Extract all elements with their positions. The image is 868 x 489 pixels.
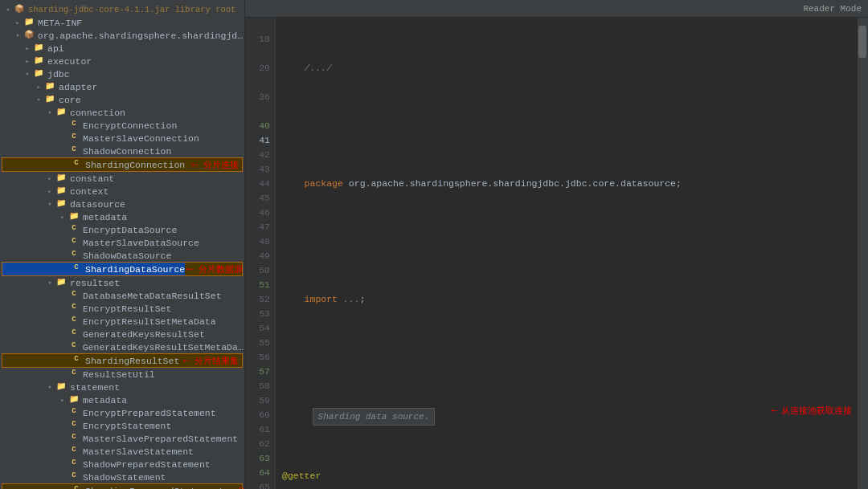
gen-rs-label: GeneratedKeysResultSet — [83, 329, 205, 340]
executor-folder-icon: 📁 — [32, 55, 45, 67]
executor-label: executor — [47, 56, 92, 67]
executor-arrow: ▸ — [23, 57, 32, 66]
tree-ms-stmt[interactable]: ▸ C MasterSlaveStatement — [0, 445, 244, 458]
tree-datasource[interactable]: ▾ 📁 datasource — [0, 198, 244, 210]
scrollbar-right[interactable] — [857, 18, 868, 489]
tree-enc-stmt[interactable]: ▸ C EncryptStatement — [0, 419, 244, 432]
shd-ps-icon: C — [68, 458, 80, 470]
ds-folder-icon: 📁 — [55, 198, 68, 210]
rs-util-icon: C — [68, 369, 80, 380]
gen-rs-icon: C — [68, 328, 80, 340]
ln-63: 63 — [250, 451, 270, 466]
sharding-rs-annotation: 分片结果集 — [194, 355, 239, 367]
tree-shd-stmt[interactable]: ▸ C ShadowStatement — [0, 471, 244, 483]
rs-util-label: ResultSetUtil — [83, 369, 155, 380]
srd-ps-icon: C — [70, 485, 83, 489]
file-tree: ▾ 📦 sharding-jdbc-core-4.1.1.jar library… — [0, 0, 245, 489]
tree-enc-ps[interactable]: ▸ C EncryptPreparedStatement — [0, 406, 244, 419]
tree-constant[interactable]: ▸ 📁 constant — [0, 172, 244, 185]
ms-stmt-icon: C — [68, 446, 80, 457]
tree-api[interactable]: ▸ 📁 api — [0, 42, 244, 55]
ds-label: datasource — [70, 199, 125, 210]
ln-65: 65 — [250, 480, 270, 489]
editor-top-bar: Reader Mode — [245, 0, 868, 18]
tree-ds-meta[interactable]: ▸ 📁 metadata — [0, 210, 244, 223]
code-line-import: import ...; — [282, 292, 850, 307]
conn-arrow: ▾ — [45, 108, 55, 117]
code-line-dots: /.../ — [282, 61, 850, 75]
tree-gen-rs[interactable]: ▸ C GeneratedKeysResultSet — [0, 328, 244, 340]
rs-folder-icon: 📁 — [55, 277, 68, 288]
rs-arrow: ▾ — [45, 279, 55, 287]
tree-rs-util[interactable]: ▸ C ResultSetUtil — [0, 368, 244, 381]
enc-stmt-icon: C — [68, 420, 80, 431]
tree-encrypt-conn[interactable]: ▸ C EncryptConnection — [0, 119, 244, 132]
tree-gen-rs-meta[interactable]: ▸ C GeneratedKeysResultSetMetaData — [0, 340, 244, 353]
tree-enc-ds[interactable]: ▸ C EncryptDataSource — [0, 223, 244, 236]
scroll-thumb[interactable] — [858, 26, 866, 58]
ctx-folder-icon: 📁 — [55, 185, 68, 197]
shd-ps-label: ShadowPreparedStatement — [83, 459, 211, 470]
adapter-folder-icon: 📁 — [43, 81, 56, 92]
ln-41: 41 — [250, 133, 270, 148]
ln-blank4 — [250, 104, 270, 119]
code-area[interactable]: 18 20 36 40 41 42 43 44 45 46 47 48 49 5… — [245, 18, 868, 489]
core-folder-icon: 📁 — [43, 94, 56, 105]
enc-ps-label: EncryptPreparedStatement — [83, 408, 216, 418]
meta-label: META-INF — [38, 18, 82, 28]
tree-org[interactable]: ▾ 📦 org.apache.shardingsphere.shardingjd… — [0, 29, 244, 42]
tree-statement[interactable]: ▾ 📁 statement — [0, 381, 244, 393]
tree-sharding-ds[interactable]: ▸ C ShardingDataSource — [2, 263, 185, 275]
tree-sharding-conn[interactable]: ▸ C ShardingConnection — [2, 158, 190, 171]
reader-mode-label: Reader Mode — [803, 4, 862, 14]
ln-51: 51 — [250, 278, 270, 292]
tree-master-conn[interactable]: ▸ C MasterSlaveConnection — [0, 132, 244, 145]
stmt-meta-label: metadata — [83, 395, 127, 405]
tree-enc-rs-meta[interactable]: ▸ C EncryptResultSetMetaData — [0, 315, 244, 328]
tree-core[interactable]: ▾ 📁 core — [0, 93, 244, 106]
tree-meta-inf[interactable]: ▸ 📁 META-INF — [0, 16, 244, 29]
ln-40: 40 — [250, 119, 270, 133]
tree-resultset[interactable]: ▾ 📁 resultset — [0, 276, 244, 289]
enc-conn-icon: C — [68, 120, 80, 131]
tree-stmt-meta[interactable]: ▸ 📁 metadata — [0, 393, 244, 406]
tree-sharding-ps[interactable]: ▸ C ShardingPreparedStatement — [2, 484, 224, 489]
enc-conn-label: EncryptConnection — [83, 120, 177, 131]
shd-conn-label: ShadowConnection — [83, 146, 171, 157]
srd-ps-label: ShardingPreparedStatement — [85, 486, 224, 490]
tree-shd-ds[interactable]: ▸ C ShadowDataSource — [0, 249, 244, 262]
ln-55: 55 — [250, 336, 270, 350]
ln-36: 36 — [250, 90, 270, 104]
ctx-arrow: ▸ — [45, 187, 55, 196]
ln-blank2 — [250, 47, 270, 61]
tree-enc-rs[interactable]: ▸ C EncryptResultSet — [0, 302, 244, 315]
tree-context[interactable]: ▸ 📁 context — [0, 185, 244, 198]
stmt-arrow: ▾ — [45, 383, 55, 392]
enc-rs-icon: C — [68, 303, 80, 314]
tree-shd-ps[interactable]: ▸ C ShadowPreparedStatement — [0, 458, 244, 471]
db-rs-icon: C — [68, 290, 80, 301]
enc-rs-label: EncryptResultSet — [83, 304, 171, 314]
tree-shadow-conn[interactable]: ▸ C ShadowConnection — [0, 145, 244, 157]
ms-ps-label: MasterSlavePreparedStatement — [83, 434, 238, 444]
shd-stmt-icon: C — [68, 471, 80, 483]
ln-52: 52 — [250, 292, 270, 307]
tree-connection[interactable]: ▾ 📁 connection — [0, 106, 244, 119]
ln-20: 20 — [250, 61, 270, 75]
tree-ms-ps[interactable]: ▸ C MasterSlavePreparedStatement — [0, 432, 244, 445]
tree-sharding-rs[interactable]: ▸ C ShardingResultSet — [2, 354, 182, 367]
tree-db-meta-rs[interactable]: ▸ C DatabaseMetaDataResultSet — [0, 289, 244, 302]
tree-executor[interactable]: ▸ 📁 executor — [0, 55, 244, 67]
ln-44: 44 — [250, 177, 270, 191]
tree-root[interactable]: ▾ 📦 sharding-jdbc-core-4.1.1.jar library… — [0, 3, 244, 16]
tree-adapter[interactable]: ▸ 📁 adapter — [0, 80, 244, 93]
ln-60: 60 — [250, 408, 270, 422]
ln-50: 50 — [250, 263, 270, 278]
tree-jdbc[interactable]: ▾ 📁 jdbc — [0, 67, 244, 80]
ln-blank1 — [250, 18, 270, 32]
tree-ms-ds[interactable]: ▸ C MasterSlaveDataSource — [0, 236, 244, 249]
ln-42: 42 — [250, 148, 270, 162]
code-line-doc: Sharding data source. — [282, 408, 850, 426]
sharding-rs-arrow-icon: ← — [183, 354, 190, 367]
api-label: api — [47, 43, 64, 54]
